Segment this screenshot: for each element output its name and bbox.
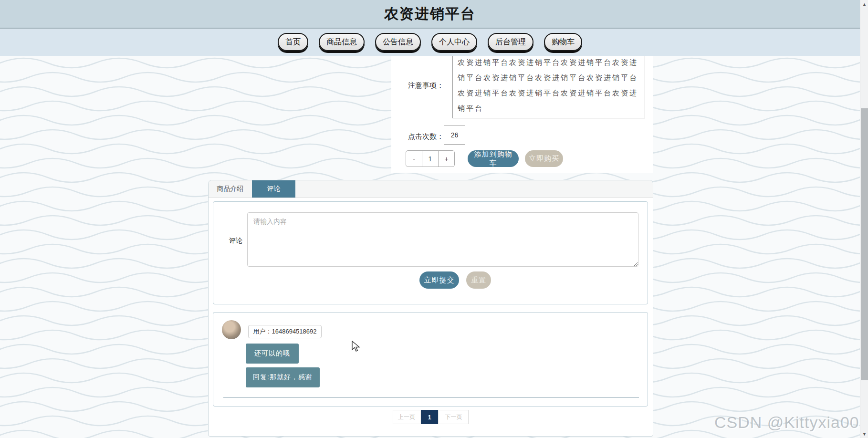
quantity-stepper: - 1 + xyxy=(406,150,455,167)
nav-item-profile[interactable]: 个人中心 xyxy=(431,33,477,51)
notes-label: 注意事项： xyxy=(406,81,444,90)
quantity-plus-button[interactable]: + xyxy=(438,150,455,167)
comment-list: 用户：1648694518692 还可以的哦 回复:那就好，感谢 xyxy=(213,312,648,407)
app-header: 农资进销平台 xyxy=(0,0,860,29)
comment-divider xyxy=(223,397,639,397)
add-to-cart-button[interactable]: 添加到购物车 xyxy=(468,150,519,167)
buy-now-button[interactable]: 立即购买 xyxy=(525,150,563,167)
reset-comment-button[interactable]: 重置 xyxy=(466,271,491,289)
scrollbar-up-arrow-icon[interactable]: ▲ xyxy=(860,0,868,8)
comment-form: 评论 立即提交 重置 xyxy=(213,201,648,304)
notes-textbox: 农资进销平台农资进销平台农资进销平台农资进销平台农资进销平台农资进销平台农资进销… xyxy=(452,54,645,118)
comment-reply-text: 回复:那就好，感谢 xyxy=(246,367,320,387)
scrollbar-down-arrow-icon[interactable]: ▼ xyxy=(860,430,868,438)
quantity-value[interactable]: 1 xyxy=(422,150,439,167)
comment-username: 用户：1648694518692 xyxy=(248,325,322,338)
click-count-value: 26 xyxy=(444,125,465,145)
pagination-current-page[interactable]: 1 xyxy=(421,410,438,424)
pagination-next-button[interactable]: 下一页 xyxy=(439,410,469,424)
scrollbar[interactable]: ▲ ▼ xyxy=(860,0,868,438)
notes-text: 农资进销平台农资进销平台农资进销平台农资进销平台农资进销平台农资进销平台农资进销… xyxy=(453,54,645,116)
quantity-minus-button[interactable]: - xyxy=(406,150,422,167)
nav-item-products[interactable]: 商品信息 xyxy=(319,33,365,51)
scrollbar-thumb[interactable] xyxy=(861,108,868,380)
tab-strip: 商品介绍 评论 xyxy=(209,180,653,198)
main-nav: 首页 商品信息 公告信息 个人中心 后台管理 购物车 xyxy=(0,29,860,56)
comment-form-label: 评论 xyxy=(229,237,242,245)
click-count-label: 点击次数： xyxy=(406,132,444,141)
product-detail-panel: 注意事项： 农资进销平台农资进销平台农资进销平台农资进销平台农资进销平台农资进销… xyxy=(391,56,653,173)
pagination: 上一页 1 下一页 xyxy=(209,410,653,424)
pagination-prev-button[interactable]: 上一页 xyxy=(393,410,420,424)
comment-text: 还可以的哦 xyxy=(246,344,299,364)
product-tabs-panel: 商品介绍 评论 评论 立即提交 重置 用户：1648694518692 还可以的… xyxy=(208,180,653,437)
nav-item-cart[interactable]: 购物车 xyxy=(544,33,582,51)
tab-comments[interactable]: 评论 xyxy=(252,180,295,198)
csdn-watermark: CSDN @Kittyxia001 xyxy=(714,413,868,432)
avatar xyxy=(222,320,241,339)
nav-item-announcements[interactable]: 公告信息 xyxy=(375,33,421,51)
nav-item-admin[interactable]: 后台管理 xyxy=(488,33,533,51)
submit-comment-button[interactable]: 立即提交 xyxy=(419,271,459,289)
tab-product-intro[interactable]: 商品介绍 xyxy=(209,180,252,198)
page-title: 农资进销平台 xyxy=(384,4,476,24)
comment-input[interactable] xyxy=(247,212,638,267)
nav-item-home[interactable]: 首页 xyxy=(278,33,308,51)
